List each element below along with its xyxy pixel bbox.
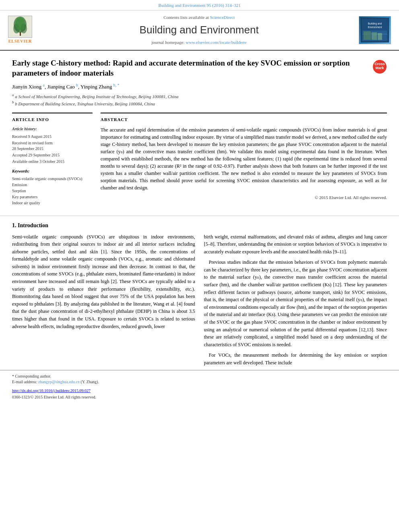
email-link[interactable]: zhangyp@singhua.edu.cn [38,380,80,384]
elsevier-logo: ELSEVIER [8,16,32,45]
journal-header: ELSEVIER Contents lists available at Sci… [0,10,399,51]
article-info-column: ARTICLE INFO Article history: Received 9… [12,113,93,206]
accepted-date: Accepted 29 September 2015 [12,152,93,158]
section-divider [0,216,399,216]
body-two-column: Semi-volatile organic compounds (SVOCs) … [12,233,387,370]
email-line: E-mail address: zhangyp@singhua.edu.cn (… [12,379,387,385]
journal-homepage: journal homepage: www.elsevier.com/locat… [39,39,359,46]
sciencedirect-line: Contents lists available at ScienceDirec… [39,14,359,21]
keyword-2: Emission [12,182,93,188]
keywords-label: Keywords: [12,168,93,175]
authors: Jianyin Xiong a, Jianping Cao b, Yinping… [12,82,387,91]
received-revised-date: Received in revised form28 September 201… [12,140,93,152]
svg-text:Building and: Building and [368,22,382,25]
elsevier-branding: ELSEVIER [8,16,39,45]
doi-line: http://dx.doi.org/10.1016/j.buildenv.201… [0,387,399,395]
email-suffix: (Y. Zhang). [81,380,99,384]
keyword-1: Semi-volatile organic compounds (SVOCs) [12,176,93,182]
article-title-section: Early stage C-history method: Rapid and … [12,58,387,78]
svg-text:Environment: Environment [368,25,382,28]
journal-reference: Building and Environment 95 (2016) 314–3… [0,0,399,10]
history-label: Article history: [12,126,93,132]
intro-para-3: Previous studies indicate that the emiss… [204,259,387,348]
svg-rect-14 [378,33,382,40]
body-col-left: Semi-volatile organic compounds (SVOCs) … [12,233,195,370]
abstract-heading: ABSTRACT [101,117,387,123]
footnote-area: * Corresponding author. E-mail address: … [0,370,399,387]
elsevier-tree-image [8,16,32,38]
keywords-section: Keywords: Semi-volatile organic compound… [12,168,93,206]
crossmark-logo: Cross Mark [372,60,387,74]
elsevier-label: ELSEVIER [8,39,32,45]
svg-point-5 [15,17,25,30]
affiliations: a a School of Mechanical Engineering, Be… [12,92,387,107]
available-date: Available online 3 October 2015 [12,159,93,164]
journal-cover-image: Building and Environment [359,16,391,44]
article-title: Early stage C-history method: Rapid and … [12,58,364,78]
intro-para-1: Semi-volatile organic compounds (SVOCs) … [12,233,195,331]
doi-link[interactable]: http://dx.doi.org/10.1016/j.buildenv.201… [12,388,90,393]
intro-para-2: birth weight, external malformations, an… [204,233,387,256]
svg-rect-13 [372,32,377,40]
svg-text:Cross: Cross [374,62,385,66]
keyword-4: Key parameters [12,194,93,200]
copyright-line: © 2015 Elsevier Ltd. All rights reserved… [101,195,387,201]
article-container: Early stage C-history method: Rapid and … [0,51,399,210]
corresponding-author: * Corresponding author. [12,374,387,380]
journal-title-main: Building and Environment [39,23,359,38]
abstract-text: The accurate and rapid determination of … [101,126,387,191]
email-label: E-mail address: [12,380,37,384]
svg-text:Mark: Mark [375,66,384,70]
journal-title-area: Contents lists available at ScienceDirec… [39,14,359,46]
received-date: Received 9 August 2015 [12,134,93,140]
issn-line: 0360-1323/© 2015 Elsevier Ltd. All right… [0,394,399,403]
intro-section-title: 1. Introduction [12,222,387,230]
intro-para-4: For VOCs, the measurement methods for de… [204,351,387,366]
body-section: 1. Introduction Semi-volatile organic co… [0,222,399,370]
keyword-5: Indoor air quality [12,200,93,206]
svg-rect-12 [364,31,371,40]
body-col-right: birth weight, external malformations, an… [204,233,387,370]
homepage-link[interactable]: www.elsevier.com/locate/buildenv [185,40,247,45]
article-info-abstract: ARTICLE INFO Article history: Received 9… [12,113,387,206]
sciencedirect-link[interactable]: ScienceDirect [210,15,235,20]
keyword-3: Sorption [12,188,93,194]
abstract-column: ABSTRACT The accurate and rapid determin… [101,113,387,206]
article-info-heading: ARTICLE INFO [12,117,93,123]
